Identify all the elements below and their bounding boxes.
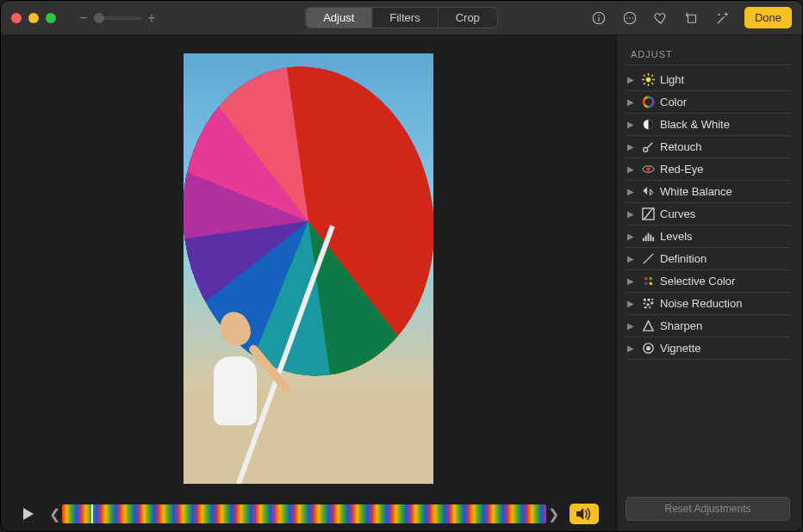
- adjust-item-label: Definition: [660, 252, 707, 265]
- adjust-item-retouch[interactable]: ▶ Retouch: [626, 136, 790, 158]
- adjust-item-definition[interactable]: ▶ Definition: [626, 248, 790, 270]
- chevron-right-icon: ▶: [627, 321, 636, 331]
- done-button[interactable]: Done: [744, 7, 792, 28]
- zoom-track[interactable]: [94, 16, 141, 20]
- favorite-icon[interactable]: [651, 9, 670, 28]
- chevron-right-icon: ▶: [627, 276, 636, 286]
- adjust-item-label: Selective Color: [660, 275, 735, 288]
- svg-marker-9: [576, 508, 583, 520]
- chevron-right-icon: ▶: [627, 299, 636, 308]
- black-white-icon: [641, 118, 655, 132]
- adjust-item-label: Red-Eye: [660, 163, 704, 176]
- svg-rect-37: [643, 303, 644, 305]
- adjust-item-redeye[interactable]: ▶ Red-Eye: [626, 158, 790, 181]
- adjust-item-label: Retouch: [660, 140, 701, 153]
- noise-reduction-icon: [641, 297, 655, 311]
- adjust-item-light[interactable]: ▶ Light: [626, 69, 790, 91]
- adjust-item-bw[interactable]: ▶ Black & White: [626, 114, 790, 136]
- chevron-right-icon: ▶: [627, 164, 636, 174]
- adjust-item-label: White Balance: [660, 185, 732, 198]
- adjust-item-sharpen[interactable]: ▶ Sharpen: [626, 315, 790, 337]
- adjust-item-label: Black & White: [660, 118, 730, 131]
- adjust-item-whitebalance[interactable]: ▶ White Balance: [626, 181, 790, 203]
- svg-rect-35: [647, 299, 650, 301]
- filmstrip[interactable]: ❮: [47, 504, 561, 524]
- svg-rect-25: [642, 238, 644, 241]
- chevron-right-icon: ▶: [627, 343, 636, 353]
- main-area: ❮: [1, 35, 802, 531]
- svg-point-10: [645, 77, 650, 83]
- toolbar-right: Done: [589, 7, 792, 28]
- tab-adjust[interactable]: Adjust: [306, 8, 372, 28]
- svg-rect-41: [649, 306, 650, 308]
- zoom-thumb[interactable]: [94, 13, 104, 23]
- svg-point-19: [643, 97, 652, 107]
- svg-line-15: [643, 75, 644, 77]
- chevron-right-icon: ▶: [627, 187, 636, 196]
- svg-rect-39: [650, 302, 653, 305]
- retouch-icon: [641, 140, 655, 154]
- svg-point-30: [644, 277, 647, 281]
- svg-point-44: [646, 347, 650, 350]
- adjust-item-vignette[interactable]: ▶ Vignette: [626, 337, 790, 360]
- svg-rect-28: [650, 235, 651, 242]
- vignette-icon: [641, 342, 655, 356]
- adjust-item-label: Noise Reduction: [660, 297, 742, 310]
- person-graphic: [209, 312, 269, 432]
- curves-icon: [641, 207, 655, 221]
- adjust-item-color[interactable]: ▶ Color: [626, 91, 790, 114]
- play-button[interactable]: [18, 504, 39, 523]
- svg-rect-40: [644, 306, 646, 308]
- svg-rect-21: [643, 147, 647, 152]
- svg-point-4: [626, 17, 628, 19]
- svg-line-17: [651, 75, 653, 77]
- rotate-icon[interactable]: [682, 9, 701, 28]
- levels-icon: [641, 230, 655, 244]
- photo-preview: [184, 53, 433, 484]
- adjust-item-selectivecolor[interactable]: ▶ Selective Color: [626, 270, 790, 293]
- audio-toggle-button[interactable]: [570, 504, 599, 524]
- adjust-item-levels[interactable]: ▶ Levels: [626, 226, 790, 248]
- svg-rect-29: [652, 237, 654, 241]
- fullscreen-window-button[interactable]: [46, 13, 56, 23]
- chevron-right-icon: ▶: [627, 142, 636, 152]
- adjust-item-curves[interactable]: ▶ Curves: [626, 203, 790, 226]
- canvas-column: ❮: [1, 35, 616, 531]
- svg-rect-27: [647, 233, 649, 241]
- edit-mode-tabs: Adjust Filters Crop: [305, 7, 498, 28]
- zoom-out-icon: −: [78, 10, 89, 26]
- info-icon[interactable]: [589, 9, 608, 28]
- definition-icon: [641, 252, 655, 266]
- trim-end-handle[interactable]: ❯: [546, 506, 561, 523]
- zoom-in-icon: +: [146, 10, 157, 26]
- sidebar-footer: Reset Adjustments: [626, 497, 790, 521]
- svg-point-32: [644, 281, 647, 285]
- zoom-slider[interactable]: − +: [78, 10, 157, 26]
- tab-filters[interactable]: Filters: [372, 8, 438, 28]
- playhead[interactable]: [91, 504, 93, 523]
- adjust-sidebar: ADJUST ▶ Light ▶ Color ▶ Black & White ▶…: [616, 35, 802, 531]
- minimize-window-button[interactable]: [28, 13, 39, 23]
- chevron-right-icon: ▶: [627, 120, 636, 129]
- color-icon: [641, 96, 655, 109]
- filmstrip-frames[interactable]: [62, 504, 546, 523]
- svg-point-31: [649, 277, 652, 281]
- auto-enhance-icon[interactable]: [713, 9, 732, 28]
- trim-start-handle[interactable]: ❮: [47, 506, 62, 523]
- adjust-item-noisereduction[interactable]: ▶ Noise Reduction: [626, 293, 790, 315]
- photo-canvas[interactable]: [1, 35, 616, 502]
- close-window-button[interactable]: [11, 13, 22, 23]
- reset-adjustments-button[interactable]: Reset Adjustments: [626, 497, 790, 521]
- chevron-right-icon: ▶: [627, 209, 636, 219]
- svg-point-33: [649, 281, 652, 285]
- svg-line-16: [651, 83, 653, 84]
- svg-marker-42: [643, 321, 652, 331]
- adjust-item-label: Levels: [660, 230, 693, 243]
- white-balance-icon: [641, 185, 655, 199]
- window-controls: [11, 13, 56, 23]
- adjust-item-label: Light: [660, 73, 684, 86]
- more-icon[interactable]: [620, 9, 639, 28]
- tab-crop[interactable]: Crop: [439, 8, 497, 28]
- svg-rect-7: [688, 15, 695, 22]
- sidebar-title: ADJUST: [626, 44, 790, 65]
